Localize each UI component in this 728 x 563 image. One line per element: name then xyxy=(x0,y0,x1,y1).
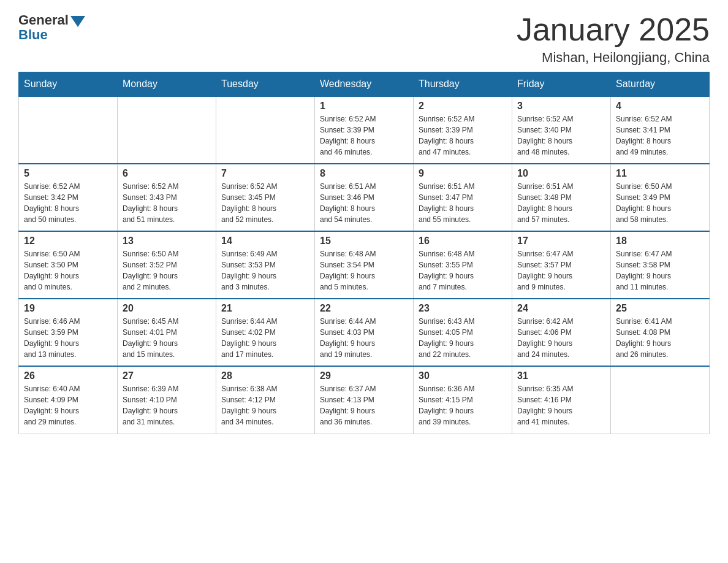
day-number: 19 xyxy=(24,303,112,314)
table-row: 2Sunrise: 6:52 AM Sunset: 3:39 PM Daylig… xyxy=(414,96,512,164)
table-row xyxy=(611,366,710,434)
day-info: Sunrise: 6:43 AM Sunset: 4:05 PM Dayligh… xyxy=(419,316,507,360)
day-number: 22 xyxy=(320,303,408,314)
table-row: 26Sunrise: 6:40 AM Sunset: 4:09 PM Dayli… xyxy=(19,366,118,434)
day-number: 5 xyxy=(24,168,112,179)
day-number: 20 xyxy=(123,303,211,314)
day-number: 25 xyxy=(616,303,704,314)
table-row: 3Sunrise: 6:52 AM Sunset: 3:40 PM Daylig… xyxy=(512,96,611,164)
table-row: 18Sunrise: 6:47 AM Sunset: 3:58 PM Dayli… xyxy=(611,231,710,299)
table-row: 1Sunrise: 6:52 AM Sunset: 3:39 PM Daylig… xyxy=(315,96,414,164)
table-row: 21Sunrise: 6:44 AM Sunset: 4:02 PM Dayli… xyxy=(216,299,315,366)
logo-general-text: General xyxy=(18,12,69,28)
table-row: 24Sunrise: 6:42 AM Sunset: 4:06 PM Dayli… xyxy=(512,299,611,366)
day-number: 4 xyxy=(616,101,704,112)
logo: General Blue xyxy=(18,12,85,43)
day-number: 18 xyxy=(616,236,704,247)
table-row: 23Sunrise: 6:43 AM Sunset: 4:05 PM Dayli… xyxy=(414,299,512,366)
day-number: 15 xyxy=(320,236,408,247)
day-info: Sunrise: 6:48 AM Sunset: 3:55 PM Dayligh… xyxy=(419,248,507,293)
day-number: 8 xyxy=(320,168,408,179)
day-info: Sunrise: 6:45 AM Sunset: 4:01 PM Dayligh… xyxy=(123,316,211,360)
day-number: 11 xyxy=(616,168,704,179)
col-monday: Monday xyxy=(118,72,216,97)
day-number: 1 xyxy=(320,101,408,112)
page-header: General Blue January 2025 Mishan, Heilon… xyxy=(18,12,710,66)
day-number: 26 xyxy=(24,370,112,381)
table-row: 27Sunrise: 6:39 AM Sunset: 4:10 PM Dayli… xyxy=(118,366,216,434)
col-wednesday: Wednesday xyxy=(315,72,414,97)
logo-triangle-icon xyxy=(70,16,85,27)
day-info: Sunrise: 6:52 AM Sunset: 3:39 PM Dayligh… xyxy=(419,113,507,158)
table-row: 11Sunrise: 6:50 AM Sunset: 3:49 PM Dayli… xyxy=(611,164,710,231)
day-number: 16 xyxy=(419,236,507,247)
calendar-week-row: 19Sunrise: 6:46 AM Sunset: 3:59 PM Dayli… xyxy=(19,299,710,366)
day-number: 3 xyxy=(517,101,605,112)
day-info: Sunrise: 6:44 AM Sunset: 4:03 PM Dayligh… xyxy=(320,316,408,360)
day-number: 21 xyxy=(221,303,309,314)
day-number: 31 xyxy=(517,370,605,381)
day-number: 17 xyxy=(517,236,605,247)
month-title: January 2025 xyxy=(517,12,710,47)
day-number: 9 xyxy=(419,168,507,179)
table-row: 4Sunrise: 6:52 AM Sunset: 3:41 PM Daylig… xyxy=(611,96,710,164)
table-row: 13Sunrise: 6:50 AM Sunset: 3:52 PM Dayli… xyxy=(118,231,216,299)
day-info: Sunrise: 6:52 AM Sunset: 3:41 PM Dayligh… xyxy=(616,113,704,158)
day-number: 2 xyxy=(419,101,507,112)
location-title: Mishan, Heilongjiang, China xyxy=(517,50,710,66)
day-info: Sunrise: 6:38 AM Sunset: 4:12 PM Dayligh… xyxy=(221,383,309,427)
col-friday: Friday xyxy=(512,72,611,97)
day-info: Sunrise: 6:41 AM Sunset: 4:08 PM Dayligh… xyxy=(616,316,704,360)
calendar-header-row: Sunday Monday Tuesday Wednesday Thursday… xyxy=(19,72,710,97)
table-row: 7Sunrise: 6:52 AM Sunset: 3:45 PM Daylig… xyxy=(216,164,315,231)
table-row: 6Sunrise: 6:52 AM Sunset: 3:43 PM Daylig… xyxy=(118,164,216,231)
day-number: 24 xyxy=(517,303,605,314)
col-sunday: Sunday xyxy=(19,72,118,97)
day-info: Sunrise: 6:52 AM Sunset: 3:45 PM Dayligh… xyxy=(221,181,309,225)
day-info: Sunrise: 6:50 AM Sunset: 3:52 PM Dayligh… xyxy=(123,248,211,293)
day-number: 6 xyxy=(123,168,211,179)
day-info: Sunrise: 6:51 AM Sunset: 3:46 PM Dayligh… xyxy=(320,181,408,225)
table-row xyxy=(118,96,216,164)
day-info: Sunrise: 6:52 AM Sunset: 3:39 PM Dayligh… xyxy=(320,113,408,158)
day-number: 30 xyxy=(419,370,507,381)
table-row: 15Sunrise: 6:48 AM Sunset: 3:54 PM Dayli… xyxy=(315,231,414,299)
day-info: Sunrise: 6:36 AM Sunset: 4:15 PM Dayligh… xyxy=(419,383,507,427)
day-info: Sunrise: 6:52 AM Sunset: 3:43 PM Dayligh… xyxy=(123,181,211,225)
day-info: Sunrise: 6:47 AM Sunset: 3:58 PM Dayligh… xyxy=(616,248,704,293)
day-number: 14 xyxy=(221,236,309,247)
table-row: 19Sunrise: 6:46 AM Sunset: 3:59 PM Dayli… xyxy=(19,299,118,366)
calendar-week-row: 1Sunrise: 6:52 AM Sunset: 3:39 PM Daylig… xyxy=(19,96,710,164)
col-thursday: Thursday xyxy=(414,72,512,97)
table-row: 22Sunrise: 6:44 AM Sunset: 4:03 PM Dayli… xyxy=(315,299,414,366)
calendar-table: Sunday Monday Tuesday Wednesday Thursday… xyxy=(18,72,710,434)
table-row: 28Sunrise: 6:38 AM Sunset: 4:12 PM Dayli… xyxy=(216,366,315,434)
table-row: 30Sunrise: 6:36 AM Sunset: 4:15 PM Dayli… xyxy=(414,366,512,434)
day-info: Sunrise: 6:35 AM Sunset: 4:16 PM Dayligh… xyxy=(517,383,605,427)
day-number: 23 xyxy=(419,303,507,314)
day-number: 29 xyxy=(320,370,408,381)
day-info: Sunrise: 6:40 AM Sunset: 4:09 PM Dayligh… xyxy=(24,383,112,427)
table-row xyxy=(216,96,315,164)
day-info: Sunrise: 6:44 AM Sunset: 4:02 PM Dayligh… xyxy=(221,316,309,360)
day-info: Sunrise: 6:47 AM Sunset: 3:57 PM Dayligh… xyxy=(517,248,605,293)
table-row: 8Sunrise: 6:51 AM Sunset: 3:46 PM Daylig… xyxy=(315,164,414,231)
day-number: 27 xyxy=(123,370,211,381)
day-info: Sunrise: 6:48 AM Sunset: 3:54 PM Dayligh… xyxy=(320,248,408,293)
calendar-week-row: 5Sunrise: 6:52 AM Sunset: 3:42 PM Daylig… xyxy=(19,164,710,231)
table-row: 20Sunrise: 6:45 AM Sunset: 4:01 PM Dayli… xyxy=(118,299,216,366)
table-row: 17Sunrise: 6:47 AM Sunset: 3:57 PM Dayli… xyxy=(512,231,611,299)
calendar-week-row: 12Sunrise: 6:50 AM Sunset: 3:50 PM Dayli… xyxy=(19,231,710,299)
table-row: 31Sunrise: 6:35 AM Sunset: 4:16 PM Dayli… xyxy=(512,366,611,434)
day-number: 28 xyxy=(221,370,309,381)
table-row: 25Sunrise: 6:41 AM Sunset: 4:08 PM Dayli… xyxy=(611,299,710,366)
day-info: Sunrise: 6:51 AM Sunset: 3:47 PM Dayligh… xyxy=(419,181,507,225)
table-row: 10Sunrise: 6:51 AM Sunset: 3:48 PM Dayli… xyxy=(512,164,611,231)
day-info: Sunrise: 6:50 AM Sunset: 3:49 PM Dayligh… xyxy=(616,181,704,225)
table-row: 14Sunrise: 6:49 AM Sunset: 3:53 PM Dayli… xyxy=(216,231,315,299)
title-section: January 2025 Mishan, Heilongjiang, China xyxy=(517,12,710,66)
day-info: Sunrise: 6:51 AM Sunset: 3:48 PM Dayligh… xyxy=(517,181,605,225)
day-number: 10 xyxy=(517,168,605,179)
table-row: 16Sunrise: 6:48 AM Sunset: 3:55 PM Dayli… xyxy=(414,231,512,299)
day-info: Sunrise: 6:50 AM Sunset: 3:50 PM Dayligh… xyxy=(24,248,112,293)
